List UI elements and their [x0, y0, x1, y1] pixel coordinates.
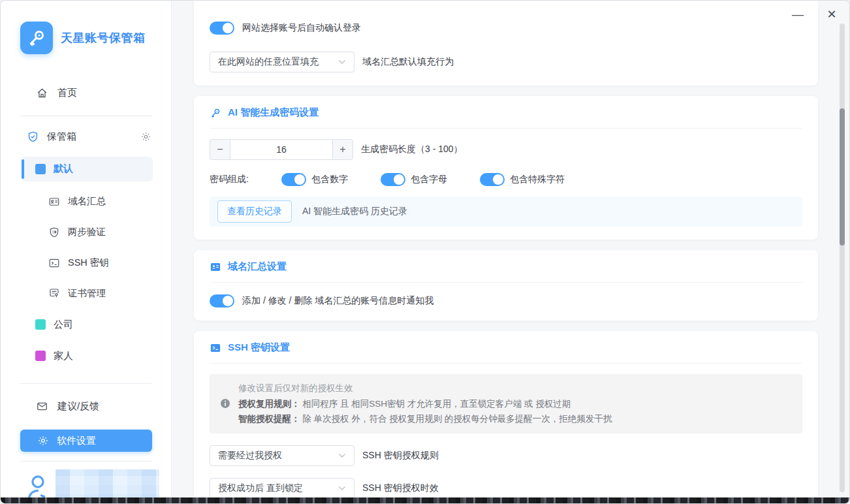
id-card-icon [210, 261, 221, 273]
app-logo [20, 22, 53, 54]
main-content: 网站选择账号后自动确认登录 在此网站的任意位置填充 域名汇总默认填充行为 [172, 1, 849, 503]
notice-line-1: 修改设置后仅对新的授权生效 [238, 381, 612, 396]
sidebar-divider [20, 116, 151, 116]
select-value: 需要经过我授权 [218, 450, 282, 462]
vault-color-swatch [35, 164, 46, 174]
vault-default-label: 默认 [54, 163, 73, 175]
sidebar-item-two-step[interactable]: 两步验证 [1, 222, 171, 243]
include-digits-toggle[interactable] [281, 173, 306, 186]
sidebar-item-domain-summary[interactable]: 域名汇总 [1, 191, 171, 212]
sidebar-item-vault-company[interactable]: 公司 [1, 314, 171, 335]
view-history-button[interactable]: 查看历史记录 [217, 200, 292, 223]
app-window: — ✕ 天星账号保管箱 首页 [0, 0, 850, 504]
toggle-label: 包含数字 [311, 174, 348, 185]
toggle-label: 包含特殊字符 [510, 174, 565, 185]
sidebar-item-feedback[interactable]: 建议/反馈 [1, 396, 171, 417]
sidebar-divider [20, 383, 151, 384]
sidebar-item-label: 域名汇总 [68, 195, 106, 208]
auto-confirm-login-toggle[interactable] [210, 22, 234, 35]
select-value: 授权成功后 直到锁定 [218, 482, 303, 494]
sidebar-section-vault[interactable]: 保管箱 [1, 128, 171, 146]
settings-label: 软件设置 [57, 435, 96, 447]
include-letters-toggle[interactable] [381, 173, 405, 186]
sidebar-item-vault-family[interactable]: 家人 [1, 345, 171, 366]
ssh-notice-box: 修改设置后仅对新的授权生效 授权复用规则： 相同程序 且 相同SSH密钥 才允许… [210, 374, 802, 433]
sidebar-item-label: SSH 密钥 [68, 257, 109, 269]
panel-title-row: 域名汇总设置 [210, 260, 802, 273]
panel-autofill: 网站选择账号后自动确认登录 在此网站的任意位置填充 域名汇总默认填充行为 [194, 1, 818, 86]
info-icon [220, 398, 230, 409]
certificate-icon [48, 287, 60, 299]
select-value: 在此网站的任意位置填充 [218, 56, 319, 68]
sidebar-item-label: 证书管理 [68, 287, 106, 300]
sidebar-divider [20, 461, 151, 462]
panel-title: 域名汇总设置 [228, 260, 287, 273]
toggle-label: 包含字母 [411, 174, 447, 185]
chevron-down-icon [338, 59, 346, 65]
key-icon [210, 107, 221, 119]
panel-divider [210, 282, 802, 283]
fill-behavior-select[interactable]: 在此网站的任意位置填充 [210, 52, 354, 72]
sidebar-item-certificates[interactable]: 证书管理 [1, 283, 171, 304]
app-title: 天星账号保管箱 [61, 30, 146, 46]
notice-line-2: 授权复用规则： 相同程序 且 相同SSH密钥 才允许复用，直至锁定客户端 或 授… [238, 396, 612, 412]
length-caption: 生成密码长度（3 - 100） [361, 144, 463, 155]
history-caption: AI 智能生成密码 历史记录 [302, 206, 407, 217]
gear-icon [37, 435, 49, 447]
include-symbols-toggle[interactable] [480, 173, 505, 186]
ssh-notice-text: 修改设置后仅对新的授权生效 授权复用规则： 相同程序 且 相同SSH密钥 才允许… [238, 381, 612, 427]
select-caption: SSH 密钥授权时效 [362, 482, 439, 494]
mail-icon [36, 400, 48, 413]
sidebar-item-label: 两步验证 [68, 226, 106, 238]
panel-title-row: SSH 密钥设置 [210, 341, 802, 354]
select-caption: 域名汇总默认填充行为 [362, 56, 454, 68]
password-length-input[interactable] [230, 139, 332, 160]
sidebar-item-label: 建议/反馈 [57, 400, 99, 413]
panel-divider [210, 128, 802, 129]
compose-label: 密码组成: [210, 174, 249, 185]
sidebar-item-label: 首页 [57, 87, 77, 99]
panel-ai-password: AI 智能生成密码设置 − + 生成密码长度（3 - 100） 密码组成: [194, 96, 818, 240]
increment-button[interactable]: + [332, 139, 353, 160]
toggle-label: 网站选择账号后自动确认登录 [242, 22, 361, 34]
notice-line-3: 智能授权提醒： 除 单次授权 外，符合 授权复用规则 的授权每分钟最多提醒一次，… [238, 411, 612, 427]
vault-color-swatch [35, 351, 46, 361]
shield-check-icon [27, 131, 39, 143]
ssh-auth-duration-select[interactable]: 授权成功后 直到锁定 [210, 478, 354, 499]
sidebar-item-settings[interactable]: 软件设置 [20, 430, 152, 452]
panel-ssh-keys: SSH 密钥设置 修改设置后仅对新的授权生效 授权复用规则： 相同程序 且 相同… [194, 331, 818, 503]
shield-otp-icon [48, 227, 60, 238]
password-length-stepper: − + [210, 139, 353, 160]
scrollbar-track[interactable] [840, 24, 845, 492]
sidebar-item-label: 公司 [54, 319, 73, 331]
sidebar: 天星账号保管箱 首页 保管箱 [1, 1, 172, 503]
panel-divider [210, 363, 802, 364]
decrement-button[interactable]: − [210, 139, 230, 160]
terminal-icon [48, 257, 60, 269]
domain-notify-toggle[interactable] [210, 294, 234, 307]
chevron-down-icon [338, 486, 346, 491]
minimize-button[interactable]: — [789, 6, 806, 23]
scrollbar-thumb[interactable] [840, 108, 845, 245]
vault-section-label: 保管箱 [47, 131, 133, 143]
ssh-auth-rule-select[interactable]: 需要经过我授权 [210, 445, 354, 466]
history-row: 查看历史记录 AI 智能生成密码 历史记录 [210, 197, 802, 227]
sidebar-item-vault-default[interactable]: 默认 [22, 157, 153, 181]
censored-strip [1, 497, 849, 503]
sidebar-item-ssh-keys[interactable]: SSH 密钥 [1, 253, 171, 274]
select-caption: SSH 密钥授权规则 [362, 450, 439, 462]
panel-title-row: AI 智能生成密码设置 [210, 106, 802, 119]
window-controls: — ✕ [789, 6, 840, 23]
close-button[interactable]: ✕ [823, 6, 840, 23]
home-icon [36, 87, 48, 99]
panel-title: AI 智能生成密码设置 [228, 106, 319, 119]
panel-domain-summary: 域名汇总设置 添加 / 修改 / 删除 域名汇总的账号信息时通知我 [194, 250, 818, 321]
vault-gear-icon[interactable] [140, 131, 151, 142]
id-card-icon [48, 196, 60, 208]
toggle-label: 添加 / 修改 / 删除 域名汇总的账号信息时通知我 [242, 295, 433, 307]
vault-color-swatch [35, 319, 46, 330]
sidebar-item-home[interactable]: 首页 [1, 83, 171, 104]
app-logo-row: 天星账号保管箱 [20, 22, 171, 54]
panel-title: SSH 密钥设置 [228, 341, 290, 354]
sidebar-item-label: 家人 [54, 350, 73, 362]
